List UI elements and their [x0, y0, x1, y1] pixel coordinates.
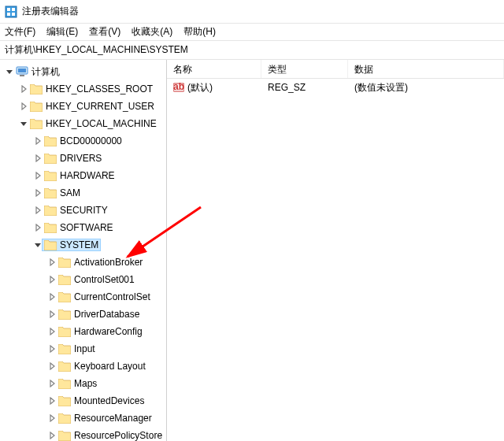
tree-item-SAM[interactable]: SAM [0, 184, 166, 202]
expand-toggle[interactable] [19, 102, 28, 111]
expand-toggle[interactable] [47, 379, 57, 388]
expand-toggle[interactable] [47, 275, 57, 284]
tree-label: DriverDatabase [74, 309, 139, 320]
svg-text:ab: ab [173, 82, 184, 92]
folder-icon [44, 171, 57, 181]
col-data[interactable]: 数据 [348, 60, 504, 78]
folder-icon [44, 240, 57, 250]
expand-toggle[interactable] [33, 223, 43, 232]
svg-rect-7 [20, 75, 24, 76]
expand-toggle[interactable] [47, 258, 57, 267]
folder-icon [44, 136, 57, 146]
tree-label: HKEY_LOCAL_MACHINE [46, 118, 157, 129]
expand-toggle[interactable] [47, 413, 57, 423]
folder-icon [58, 292, 71, 302]
folder-icon [44, 154, 57, 164]
tree-label: 计算机 [32, 65, 60, 79]
expand-toggle[interactable] [47, 431, 57, 440]
tree-item-Maps[interactable]: Maps [0, 375, 166, 392]
tree-label: ActivationBroker [74, 257, 143, 268]
menu-favorites[interactable]: 收藏夹(A) [132, 25, 172, 39]
tree-item-SYSTEM[interactable]: SYSTEM [0, 236, 166, 254]
tree-item-BCD00000000[interactable]: BCD00000000 [0, 132, 166, 150]
address-bar[interactable]: 计算机\HKEY_LOCAL_MACHINE\SYSTEM [0, 41, 504, 60]
tree-item-Input[interactable]: Input [0, 340, 166, 358]
tree-item-HKEY_CURRENT_USER[interactable]: HKEY_CURRENT_USER [0, 98, 166, 115]
menu-help[interactable]: 帮助(H) [183, 25, 216, 39]
tree-label: SYSTEM [60, 239, 98, 250]
tree-label: SECURITY [60, 205, 108, 216]
svg-rect-1 [7, 8, 10, 11]
folder-icon [44, 223, 57, 233]
tree-item-ControlSet001[interactable]: ControlSet001 [0, 271, 166, 288]
expand-toggle[interactable] [47, 309, 57, 319]
expand-toggle[interactable] [47, 396, 57, 406]
expand-toggle[interactable] [19, 84, 28, 94]
tree-panel[interactable]: 计算机HKEY_CLASSES_ROOTHKEY_CURRENT_USERHKE… [0, 60, 167, 441]
tree-item-SOFTWARE[interactable]: SOFTWARE [0, 219, 166, 236]
folder-icon [58, 258, 71, 268]
expand-toggle[interactable] [47, 327, 57, 336]
tree-item-Keyboard-Layout[interactable]: Keyboard Layout [0, 358, 166, 375]
folder-icon [58, 396, 71, 406]
tree-label: HKEY_CURRENT_USER [46, 101, 154, 112]
expand-toggle[interactable] [33, 154, 43, 163]
expand-toggle[interactable] [5, 67, 14, 76]
tree-item-DRIVERS[interactable]: DRIVERS [0, 150, 166, 167]
menubar: 文件(F) 编辑(E) 查看(V) 收藏夹(A) 帮助(H) [0, 24, 504, 41]
expand-toggle[interactable] [33, 206, 43, 215]
folder-icon [30, 102, 43, 112]
titlebar: 注册表编辑器 [0, 0, 504, 24]
tree-item-ResourceManager[interactable]: ResourceManager [0, 410, 166, 427]
folder-icon [58, 275, 71, 285]
tree-item-SECURITY[interactable]: SECURITY [0, 202, 166, 219]
tree-item-计算机[interactable]: 计算机 [0, 63, 166, 80]
regedit-icon [5, 6, 17, 18]
computer-icon [16, 66, 28, 77]
list-panel[interactable]: 名称 类型 数据 ab (默认) REG_SZ (数值未设置) [167, 60, 504, 441]
col-type[interactable]: 类型 [261, 60, 348, 78]
expand-toggle[interactable] [47, 292, 57, 302]
folder-icon [44, 206, 57, 216]
folder-icon [30, 84, 43, 94]
tree-item-ActivationBroker[interactable]: ActivationBroker [0, 254, 166, 271]
expand-toggle[interactable] [47, 344, 57, 354]
tree-item-DriverDatabase[interactable]: DriverDatabase [0, 306, 166, 323]
tree-item-HardwareConfig[interactable]: HardwareConfig [0, 323, 166, 340]
address-path: 计算机\HKEY_LOCAL_MACHINE\SYSTEM [5, 43, 188, 57]
tree-label: ResourceManager [74, 413, 152, 424]
svg-rect-4 [12, 13, 15, 16]
expand-toggle[interactable] [47, 361, 57, 371]
tree-item-CurrentControlSet[interactable]: CurrentControlSet [0, 288, 166, 306]
tree-label: MountedDevices [74, 395, 144, 406]
tree-item-HARDWARE[interactable]: HARDWARE [0, 167, 166, 184]
svg-rect-2 [12, 8, 15, 11]
expand-toggle[interactable] [19, 119, 28, 128]
menu-file[interactable]: 文件(F) [5, 25, 35, 39]
watermark: 悟空问答 [465, 424, 499, 436]
expand-toggle[interactable] [33, 136, 43, 146]
tree-item-MountedDevices[interactable]: MountedDevices [0, 392, 166, 410]
tree-item-HKEY_CLASSES_ROOT[interactable]: HKEY_CLASSES_ROOT [0, 80, 166, 98]
cell-data: (数值未设置) [348, 81, 504, 94]
tree-label: HKEY_CLASSES_ROOT [46, 83, 153, 94]
tree-label: HardwareConfig [74, 326, 143, 337]
tree-label: SAM [60, 187, 80, 198]
svg-rect-6 [18, 69, 26, 72]
main-split: 计算机HKEY_CLASSES_ROOTHKEY_CURRENT_USERHKE… [0, 60, 504, 441]
menu-view[interactable]: 查看(V) [89, 25, 120, 39]
tree-label: CurrentControlSet [74, 291, 150, 302]
list-header: 名称 类型 数据 [167, 60, 504, 79]
tree-label: DRIVERS [60, 153, 102, 164]
menu-edit[interactable]: 编辑(E) [46, 25, 78, 39]
svg-rect-3 [7, 13, 10, 16]
list-row[interactable]: ab (默认) REG_SZ (数值未设置) [167, 79, 504, 96]
expand-toggle[interactable] [33, 171, 43, 180]
tree-item-HKEY_LOCAL_MACHINE[interactable]: HKEY_LOCAL_MACHINE [0, 115, 166, 132]
tree-item-ResourcePolicyStore[interactable]: ResourcePolicyStore [0, 427, 166, 441]
folder-icon [58, 413, 71, 424]
expand-toggle[interactable] [33, 188, 43, 198]
folder-icon [30, 119, 43, 129]
tree-label: BCD00000000 [60, 135, 122, 146]
col-name[interactable]: 名称 [167, 60, 261, 78]
